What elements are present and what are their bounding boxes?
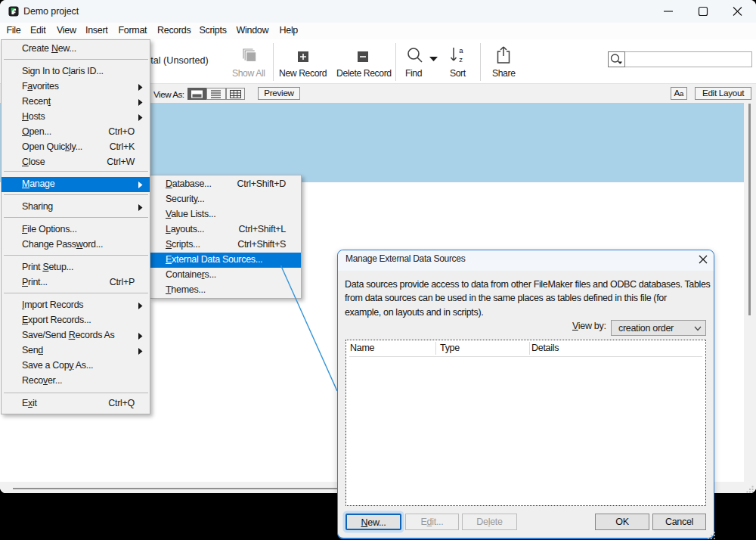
svg-text:a: a [459,46,463,54]
svg-text:z: z [459,55,463,64]
